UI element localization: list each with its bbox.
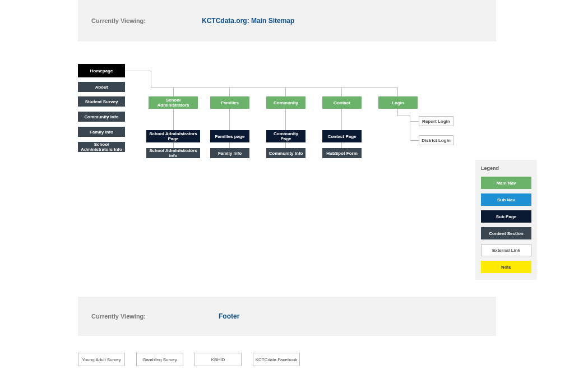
footer-kbhid[interactable]: KBHID — [195, 353, 242, 366]
subpage-contact[interactable]: Contact Page — [322, 130, 362, 142]
mainnav-school-administrators[interactable]: School Administrators — [149, 96, 198, 109]
legend-sub-page[interactable]: Sub Page — [481, 210, 531, 223]
footer-gambling-survey[interactable]: Gambling Survey — [136, 353, 183, 366]
legend-external-link[interactable]: External Link — [481, 244, 531, 256]
legend-note[interactable]: Note — [481, 261, 531, 273]
node-homepage[interactable]: Homepage — [78, 64, 125, 77]
node-student-survey[interactable]: Student Survey — [78, 96, 125, 107]
node-family-info[interactable]: Family Info — [78, 127, 125, 137]
node-school-admin-info[interactable]: School Administrators Info — [78, 142, 125, 152]
footer-header-bar: Currently Viewing: Footer — [78, 297, 496, 336]
header-label: Currently Viewing: — [91, 17, 146, 24]
legend-main-nav[interactable]: Main Nav — [481, 177, 531, 189]
sitemap-canvas: Homepage About Student Survey Community … — [78, 64, 574, 176]
mainnav-contact[interactable]: Contact — [322, 96, 362, 109]
legend-sub-nav[interactable]: Sub Nav — [481, 193, 531, 206]
legend-panel: Legend Main Nav Sub Nav Sub Page Content… — [475, 160, 537, 280]
mainnav-families[interactable]: Families — [210, 96, 249, 109]
extlink-report-login[interactable]: Report Login — [419, 116, 453, 126]
content-community-info[interactable]: Community Info — [266, 148, 305, 158]
legend-content-section[interactable]: Content Section — [481, 227, 531, 239]
footer-young-adult-survey[interactable]: Young Adult Survey — [78, 353, 125, 366]
content-school-administrators-info[interactable]: School Administrators Info — [146, 148, 200, 158]
subpage-families[interactable]: Families page — [210, 130, 249, 142]
header-title: KCTCdata.org: Main Sitemap — [202, 17, 294, 25]
subpage-school-administrators[interactable]: School Administrators Page — [146, 130, 200, 142]
subpage-community[interactable]: Community Page — [266, 130, 305, 142]
node-community-info[interactable]: Community Info — [78, 112, 125, 122]
footer-links-row: Young Adult Survey Gambling Survey KBHID… — [78, 353, 574, 366]
footer-header-title: Footer — [219, 312, 239, 320]
extlink-district-login[interactable]: District Login — [419, 135, 453, 145]
content-hubspot-form[interactable]: HubSpot Form — [322, 148, 362, 158]
header-bar: Currently Viewing: KCTCdata.org: Main Si… — [78, 0, 496, 41]
legend-title: Legend — [481, 165, 531, 171]
node-about[interactable]: About — [78, 82, 125, 92]
footer-kctcdata-facebook[interactable]: KCTCdata Facebook — [253, 353, 300, 366]
mainnav-login[interactable]: Login — [378, 96, 418, 109]
content-family-info[interactable]: Family Info — [210, 148, 249, 158]
mainnav-community[interactable]: Community — [266, 96, 305, 109]
footer-header-label: Currently Viewing: — [91, 313, 146, 320]
